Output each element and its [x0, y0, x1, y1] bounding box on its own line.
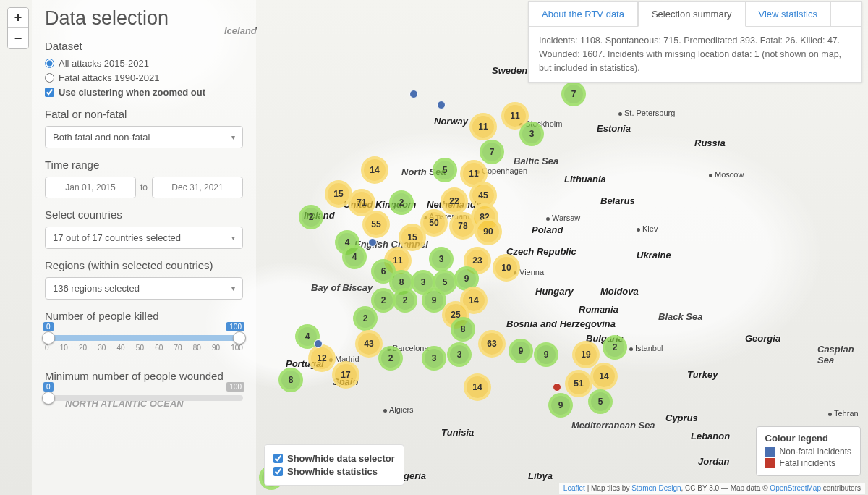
cluster-marker[interactable]: 14: [361, 156, 388, 184]
cluster-marker[interactable]: 2: [603, 335, 627, 360]
wounded-header: Minimum number of people wounded: [45, 370, 243, 382]
map-label: Norway: [434, 116, 468, 127]
cluster-marker[interactable]: 9: [548, 393, 573, 418]
dataset-header: Dataset: [45, 40, 243, 52]
toggle-statistics[interactable]: [273, 467, 283, 476]
cluster-marker[interactable]: 2: [393, 288, 417, 313]
cluster-marker[interactable]: 22: [441, 187, 468, 215]
killed-handle-max[interactable]: [233, 331, 246, 344]
map-label: Black Sea: [658, 311, 702, 322]
fatal-select[interactable]: Both fatal and non-fatal: [45, 126, 243, 148]
cluster-marker[interactable]: 17: [332, 361, 359, 389]
countries-select-value: 17 out of 17 countries selected: [53, 232, 181, 243]
map-label: Hungary: [535, 286, 574, 297]
map-label: Georgia: [745, 333, 780, 344]
tab-selection-summary[interactable]: Selection summary: [638, 2, 746, 27]
wounded-handle[interactable]: [42, 392, 55, 405]
cluster-marker[interactable]: 3: [447, 342, 472, 367]
cluster-marker[interactable]: 8: [451, 317, 475, 342]
cluster-marker[interactable]: 2: [371, 288, 396, 313]
attrib-osm-link[interactable]: OpenStreetMap: [770, 484, 821, 492]
map-label: Czech Republic: [506, 246, 576, 257]
cluster-marker[interactable]: 2: [353, 306, 378, 331]
info-tabs: About the RTV data Selection summary Vie…: [529, 2, 861, 27]
incident-marker[interactable]: [314, 339, 323, 348]
cluster-marker[interactable]: 2: [389, 190, 414, 215]
cluster-marker[interactable]: 55: [362, 211, 390, 238]
incident-marker[interactable]: [409, 90, 418, 98]
cluster-marker[interactable]: 11: [469, 113, 497, 140]
radio-fatal-attacks[interactable]: [45, 73, 54, 82]
checkbox-clustering[interactable]: [45, 88, 54, 97]
incident-marker[interactable]: [437, 101, 446, 109]
map-label: Caspian Sea: [817, 344, 868, 365]
info-panel: About the RTV data Selection summary Vie…: [528, 1, 862, 82]
map-label: Lithuania: [564, 174, 606, 185]
cluster-marker[interactable]: 4: [342, 245, 367, 269]
cluster-marker[interactable]: 8: [278, 368, 303, 392]
cluster-marker[interactable]: 3: [429, 247, 454, 271]
tab-view-stats[interactable]: View statistics: [746, 2, 831, 26]
date-from-input[interactable]: Jan 01, 2015: [45, 177, 136, 198]
cluster-marker[interactable]: 2: [299, 205, 323, 229]
countries-select[interactable]: 17 out of 17 countries selected: [45, 227, 243, 249]
map-label: Sweden: [492, 65, 527, 76]
cluster-marker[interactable]: 9: [509, 339, 533, 363]
cluster-marker[interactable]: 5: [588, 389, 613, 414]
fatal-select-value: Both fatal and non-fatal: [53, 132, 150, 143]
cluster-marker[interactable]: 7: [480, 140, 504, 164]
wounded-slider[interactable]: 0 100: [45, 388, 243, 420]
date-to-input[interactable]: Dec 31, 2021: [152, 177, 243, 198]
zoom-in-button[interactable]: +: [8, 8, 28, 28]
colour-legend: Colour legend Non-fatal incidents Fatal …: [756, 426, 861, 476]
map-label: Romania: [579, 304, 618, 315]
cluster-marker[interactable]: 14: [464, 373, 491, 401]
map-label: Tunisia: [441, 427, 474, 438]
zoom-control: + −: [7, 7, 29, 49]
cluster-marker[interactable]: 2: [378, 346, 403, 371]
legend-swatch-fatal: [765, 458, 775, 468]
cluster-marker[interactable]: 10: [493, 254, 520, 282]
cluster-marker[interactable]: 9: [534, 342, 558, 367]
map-label: Ukraine: [637, 250, 671, 261]
killed-slider[interactable]: 0 100 0102030405060708090100: [45, 328, 243, 360]
map-label: Tehran: [828, 409, 859, 418]
zoom-out-button[interactable]: −: [8, 28, 28, 48]
incident-marker[interactable]: [553, 383, 561, 392]
cluster-marker[interactable]: 19: [572, 341, 600, 368]
legend-swatch-nonfatal: [765, 447, 775, 457]
killed-min-badge: 0: [43, 322, 54, 331]
regions-select[interactable]: 136 regions selected: [45, 277, 243, 300]
map-label: Mediterranean Sea: [571, 420, 655, 431]
incident-marker[interactable]: [368, 238, 377, 247]
cluster-marker[interactable]: 12: [308, 344, 336, 372]
cluster-marker[interactable]: 51: [565, 370, 592, 397]
cluster-marker[interactable]: 7: [561, 82, 586, 106]
toggle-data-selector-label: Show/hide data selector: [287, 453, 395, 464]
map-label: Lebanon: [691, 431, 730, 441]
toggle-data-selector[interactable]: [273, 454, 283, 463]
map-label: Turkey: [687, 369, 718, 380]
cluster-marker[interactable]: 3: [422, 346, 446, 371]
map-label: Kiev: [637, 224, 658, 233]
cluster-marker[interactable]: 5: [433, 158, 457, 182]
map-label: Libya: [528, 470, 553, 481]
map-label: Baltic Sea: [514, 156, 558, 166]
map-attribution: Leaflet | Map tiles by Stamen Design, CC…: [559, 483, 865, 494]
attrib-leaflet-link[interactable]: Leaflet: [563, 484, 585, 492]
wounded-min-badge: 0: [43, 382, 54, 392]
cluster-marker[interactable]: 63: [478, 330, 506, 358]
killed-handle-min[interactable]: [42, 331, 55, 344]
map-label: Belarus: [600, 195, 635, 206]
cluster-marker[interactable]: 14: [590, 363, 618, 390]
killed-max-badge: 100: [226, 322, 244, 331]
wounded-max-badge: 100: [226, 382, 244, 392]
tab-about[interactable]: About the RTV data: [529, 2, 638, 26]
legend-label-nonfatal: Non-fatal incidents: [780, 447, 851, 457]
radio-all-attacks[interactable]: [45, 59, 54, 68]
cluster-marker[interactable]: 90: [475, 218, 502, 245]
attrib-stamen-link[interactable]: Stamen Design: [631, 484, 681, 492]
regions-header: Regions (within selected countries): [45, 259, 243, 271]
panel-title: Data selection: [45, 7, 243, 30]
cluster-marker[interactable]: 3: [519, 122, 544, 146]
